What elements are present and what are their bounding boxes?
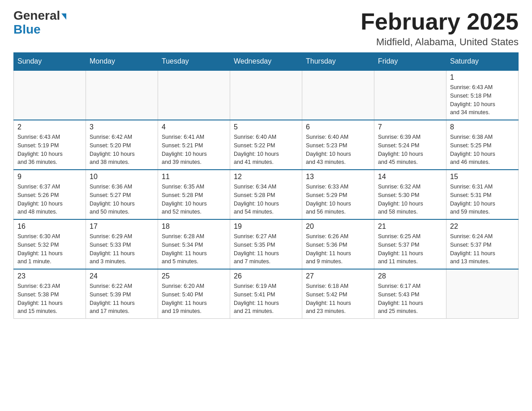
calendar-body: 1Sunrise: 6:43 AM Sunset: 5:18 PM Daylig… xyxy=(14,70,519,319)
calendar-cell: 25Sunrise: 6:20 AM Sunset: 5:40 PM Dayli… xyxy=(158,269,230,319)
day-number: 9 xyxy=(17,173,82,181)
day-info: Sunrise: 6:27 AM Sunset: 5:35 PM Dayligh… xyxy=(234,232,298,266)
day-info: Sunrise: 6:38 AM Sunset: 5:25 PM Dayligh… xyxy=(450,133,515,167)
day-info: Sunrise: 6:32 AM Sunset: 5:30 PM Dayligh… xyxy=(378,183,442,216)
calendar-cell: 11Sunrise: 6:35 AM Sunset: 5:28 PM Dayli… xyxy=(158,170,230,219)
day-info: Sunrise: 6:33 AM Sunset: 5:29 PM Dayligh… xyxy=(306,183,370,216)
day-number: 27 xyxy=(306,272,370,280)
day-number: 8 xyxy=(450,123,515,131)
calendar-cell: 3Sunrise: 6:42 AM Sunset: 5:20 PM Daylig… xyxy=(86,120,158,170)
calendar-cell xyxy=(374,70,446,120)
day-info: Sunrise: 6:25 AM Sunset: 5:37 PM Dayligh… xyxy=(378,232,442,266)
day-info: Sunrise: 6:18 AM Sunset: 5:42 PM Dayligh… xyxy=(306,282,370,316)
calendar-week-row: 9Sunrise: 6:37 AM Sunset: 5:26 PM Daylig… xyxy=(14,170,519,219)
calendar-cell: 1Sunrise: 6:43 AM Sunset: 5:18 PM Daylig… xyxy=(446,70,519,120)
day-info: Sunrise: 6:37 AM Sunset: 5:26 PM Dayligh… xyxy=(17,183,82,216)
day-number: 2 xyxy=(17,123,82,131)
day-info: Sunrise: 6:34 AM Sunset: 5:28 PM Dayligh… xyxy=(234,183,298,216)
day-info: Sunrise: 6:36 AM Sunset: 5:27 PM Dayligh… xyxy=(90,183,154,216)
title-block: February 2025 Midfield, Alabama, United … xyxy=(360,9,519,48)
day-number: 22 xyxy=(450,223,515,231)
day-number: 26 xyxy=(234,272,298,280)
calendar-week-row: 23Sunrise: 6:23 AM Sunset: 5:38 PM Dayli… xyxy=(14,269,519,319)
day-number: 15 xyxy=(450,173,515,181)
calendar-cell: 12Sunrise: 6:34 AM Sunset: 5:28 PM Dayli… xyxy=(230,170,302,219)
header-row: SundayMondayTuesdayWednesdayThursdayFrid… xyxy=(14,53,519,71)
calendar-cell: 14Sunrise: 6:32 AM Sunset: 5:30 PM Dayli… xyxy=(374,170,446,219)
calendar-cell: 20Sunrise: 6:26 AM Sunset: 5:36 PM Dayli… xyxy=(302,219,374,269)
logo-arrow-icon xyxy=(61,13,66,20)
day-number: 12 xyxy=(234,173,298,181)
calendar-cell: 10Sunrise: 6:36 AM Sunset: 5:27 PM Dayli… xyxy=(86,170,158,219)
day-info: Sunrise: 6:30 AM Sunset: 5:32 PM Dayligh… xyxy=(17,232,82,266)
calendar-cell: 26Sunrise: 6:19 AM Sunset: 5:41 PM Dayli… xyxy=(230,269,302,319)
day-number: 14 xyxy=(378,173,442,181)
calendar-cell xyxy=(446,269,519,319)
day-number: 1 xyxy=(450,73,515,81)
day-info: Sunrise: 6:43 AM Sunset: 5:19 PM Dayligh… xyxy=(17,133,82,167)
header-cell-wednesday: Wednesday xyxy=(230,53,302,71)
header-cell-monday: Monday xyxy=(86,53,158,71)
day-number: 19 xyxy=(234,223,298,231)
day-number: 28 xyxy=(378,272,442,280)
day-info: Sunrise: 6:19 AM Sunset: 5:41 PM Dayligh… xyxy=(234,282,298,316)
header-cell-friday: Friday xyxy=(374,53,446,71)
calendar-cell: 18Sunrise: 6:28 AM Sunset: 5:34 PM Dayli… xyxy=(158,219,230,269)
day-number: 4 xyxy=(162,123,226,131)
day-number: 21 xyxy=(378,223,442,231)
day-number: 17 xyxy=(90,223,154,231)
calendar-cell: 5Sunrise: 6:40 AM Sunset: 5:22 PM Daylig… xyxy=(230,120,302,170)
header-cell-thursday: Thursday xyxy=(302,53,374,71)
day-info: Sunrise: 6:39 AM Sunset: 5:24 PM Dayligh… xyxy=(378,133,442,167)
day-number: 13 xyxy=(306,173,370,181)
day-info: Sunrise: 6:28 AM Sunset: 5:34 PM Dayligh… xyxy=(162,232,226,266)
calendar-cell: 6Sunrise: 6:40 AM Sunset: 5:23 PM Daylig… xyxy=(302,120,374,170)
day-number: 25 xyxy=(162,272,226,280)
day-number: 16 xyxy=(17,223,82,231)
calendar-cell: 8Sunrise: 6:38 AM Sunset: 5:25 PM Daylig… xyxy=(446,120,519,170)
calendar-table: SundayMondayTuesdayWednesdayThursdayFrid… xyxy=(13,52,519,319)
day-number: 23 xyxy=(17,272,82,280)
logo-general-text: General xyxy=(13,9,60,23)
day-info: Sunrise: 6:24 AM Sunset: 5:37 PM Dayligh… xyxy=(450,232,515,266)
day-info: Sunrise: 6:41 AM Sunset: 5:21 PM Dayligh… xyxy=(162,133,226,167)
logo: General Blue xyxy=(13,9,66,37)
day-number: 7 xyxy=(378,123,442,131)
header-cell-saturday: Saturday xyxy=(446,53,519,71)
day-number: 24 xyxy=(90,272,154,280)
logo-blue-text: Blue xyxy=(13,23,66,37)
calendar-cell xyxy=(86,70,158,120)
calendar-header: SundayMondayTuesdayWednesdayThursdayFrid… xyxy=(14,53,519,71)
calendar-cell: 17Sunrise: 6:29 AM Sunset: 5:33 PM Dayli… xyxy=(86,219,158,269)
day-number: 3 xyxy=(90,123,154,131)
header-cell-tuesday: Tuesday xyxy=(158,53,230,71)
day-number: 20 xyxy=(306,223,370,231)
header-cell-sunday: Sunday xyxy=(14,53,86,71)
calendar-cell: 13Sunrise: 6:33 AM Sunset: 5:29 PM Dayli… xyxy=(302,170,374,219)
day-number: 10 xyxy=(90,173,154,181)
day-number: 6 xyxy=(306,123,370,131)
calendar-cell: 22Sunrise: 6:24 AM Sunset: 5:37 PM Dayli… xyxy=(446,219,519,269)
day-info: Sunrise: 6:35 AM Sunset: 5:28 PM Dayligh… xyxy=(162,183,226,216)
day-info: Sunrise: 6:40 AM Sunset: 5:23 PM Dayligh… xyxy=(306,133,370,167)
calendar-cell: 9Sunrise: 6:37 AM Sunset: 5:26 PM Daylig… xyxy=(14,170,86,219)
calendar-cell: 27Sunrise: 6:18 AM Sunset: 5:42 PM Dayli… xyxy=(302,269,374,319)
day-info: Sunrise: 6:20 AM Sunset: 5:40 PM Dayligh… xyxy=(162,282,226,316)
calendar-cell: 21Sunrise: 6:25 AM Sunset: 5:37 PM Dayli… xyxy=(374,219,446,269)
day-number: 11 xyxy=(162,173,226,181)
calendar-cell xyxy=(14,70,86,120)
day-info: Sunrise: 6:31 AM Sunset: 5:31 PM Dayligh… xyxy=(450,183,515,216)
day-info: Sunrise: 6:26 AM Sunset: 5:36 PM Dayligh… xyxy=(306,232,370,266)
day-info: Sunrise: 6:23 AM Sunset: 5:38 PM Dayligh… xyxy=(17,282,82,316)
calendar-cell: 7Sunrise: 6:39 AM Sunset: 5:24 PM Daylig… xyxy=(374,120,446,170)
calendar-week-row: 2Sunrise: 6:43 AM Sunset: 5:19 PM Daylig… xyxy=(14,120,519,170)
day-info: Sunrise: 6:43 AM Sunset: 5:18 PM Dayligh… xyxy=(450,83,515,117)
day-info: Sunrise: 6:17 AM Sunset: 5:43 PM Dayligh… xyxy=(378,282,442,316)
page-header: General Blue February 2025 Midfield, Ala… xyxy=(13,9,519,48)
calendar-cell: 15Sunrise: 6:31 AM Sunset: 5:31 PM Dayli… xyxy=(446,170,519,219)
calendar-cell: 2Sunrise: 6:43 AM Sunset: 5:19 PM Daylig… xyxy=(14,120,86,170)
day-number: 18 xyxy=(162,223,226,231)
calendar-cell: 28Sunrise: 6:17 AM Sunset: 5:43 PM Dayli… xyxy=(374,269,446,319)
day-info: Sunrise: 6:40 AM Sunset: 5:22 PM Dayligh… xyxy=(234,133,298,167)
calendar-week-row: 1Sunrise: 6:43 AM Sunset: 5:18 PM Daylig… xyxy=(14,70,519,120)
